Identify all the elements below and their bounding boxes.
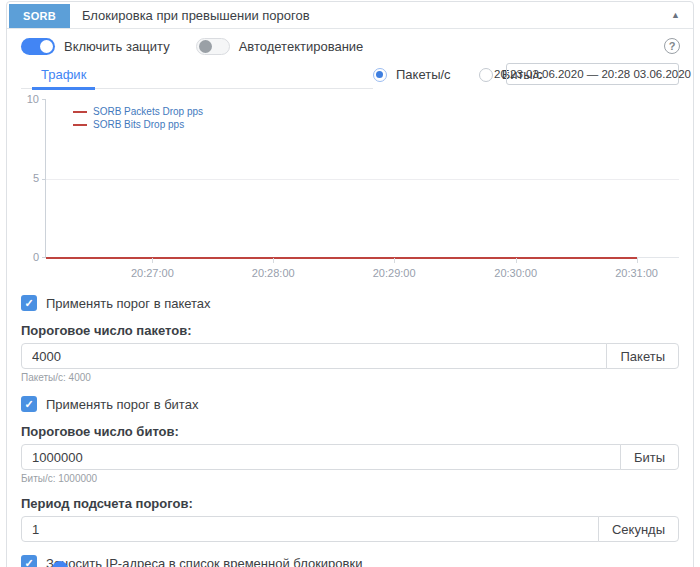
period-input[interactable] xyxy=(21,516,599,542)
gridline-5 xyxy=(46,179,679,180)
date-range-input[interactable]: 20:23 03.06.2020 — 20:28 03.06.2020 xyxy=(506,63,679,85)
legend-item-bits[interactable]: SORB Bits Drop pps xyxy=(73,119,203,130)
traffic-row: Трафик Пакеты/с Биты/с 20:23 03.06.2020 … xyxy=(21,63,679,89)
packets-checkbox-label: Применять порог в пакетах xyxy=(46,296,211,311)
radio-packets-per-sec[interactable] xyxy=(373,68,387,82)
bits-threshold-group: Биты xyxy=(21,444,679,470)
bits-threshold-input[interactable] xyxy=(21,444,621,470)
tab-strip: Трафик xyxy=(21,63,373,89)
period-unit-addon: Секунды xyxy=(598,516,679,542)
x-axis-label: 20:31:00 xyxy=(615,267,658,279)
bits-threshold-checkbox-row[interactable]: ✓ Применять порог в битах xyxy=(21,396,679,412)
checkbox-checked-icon[interactable]: ✓ xyxy=(21,555,37,567)
packets-threshold-group: Пакеты xyxy=(21,343,679,369)
bits-threshold-label: Пороговое число битов: xyxy=(21,424,679,439)
x-axis-label: 20:28:00 xyxy=(252,267,295,279)
radio-packets-label[interactable]: Пакеты/с xyxy=(396,67,451,82)
autodetect-toggle-label: Автодетектирование xyxy=(239,39,364,54)
panel-title: Блокировка при превышении порогов xyxy=(82,8,310,23)
toggles-row: Включить защиту Автодетектирование xyxy=(7,29,693,61)
checkbox-checked-icon[interactable]: ✓ xyxy=(21,396,37,412)
packets-threshold-checkbox-row[interactable]: ✓ Применять порог в пакетах xyxy=(21,295,679,311)
checkbox-checked-icon[interactable]: ✓ xyxy=(21,295,37,311)
legend-item-packets[interactable]: SORB Packets Drop pps xyxy=(73,106,203,117)
packets-helper-text: Пакеты/с: 4000 xyxy=(21,372,679,383)
y-axis-label: 10 xyxy=(15,93,39,105)
autodetect-toggle[interactable] xyxy=(196,38,230,55)
packets-unit-addon: Пакеты xyxy=(606,343,679,369)
x-tick xyxy=(273,258,274,263)
chart-legend: SORB Packets Drop pps SORB Bits Drop pps xyxy=(73,106,203,132)
packets-threshold-input[interactable] xyxy=(21,343,607,369)
legend-label: SORB Bits Drop pps xyxy=(93,119,184,130)
x-tick xyxy=(516,258,517,263)
period-group: Секунды xyxy=(21,516,679,542)
packets-threshold-label: Пороговое число пакетов: xyxy=(21,323,679,338)
toggle-knob xyxy=(40,40,53,53)
period-label: Период подсчета порогов: xyxy=(21,496,679,511)
toggle-knob xyxy=(199,40,212,53)
x-tick xyxy=(637,258,638,263)
tab-traffic[interactable]: Трафик xyxy=(32,63,95,90)
legend-line-icon xyxy=(73,111,87,113)
y-axis-label: 5 xyxy=(15,172,39,184)
radio-bits-per-sec[interactable] xyxy=(479,68,493,82)
protection-toggle[interactable] xyxy=(21,38,55,55)
x-axis-label: 20:29:00 xyxy=(373,267,416,279)
chart-plot-area: 20:27:00 20:28:00 20:29:00 20:30:00 20:3… xyxy=(45,99,679,258)
legend-label: SORB Packets Drop pps xyxy=(93,106,203,117)
traffic-chart: 10 5 0 20:27:00 20:28:00 20:29:00 20:30:… xyxy=(15,96,685,282)
x-axis-label: 20:27:00 xyxy=(131,267,174,279)
x-axis-label: 20:30:00 xyxy=(494,267,537,279)
x-tick xyxy=(394,258,395,263)
blocking-settings-panel: SORB Блокировка при превышении порогов ▲… xyxy=(6,1,694,567)
y-tick xyxy=(42,99,46,100)
blocklist-checkbox-row[interactable]: ✓ Заносить IP-адреса в список временной … xyxy=(21,555,679,567)
bits-checkbox-label: Применять порог в битах xyxy=(46,397,198,412)
sorb-tab-badge[interactable]: SORB xyxy=(9,4,70,28)
collapse-panel-icon[interactable]: ▲ xyxy=(671,10,680,20)
legend-line-icon xyxy=(73,124,87,126)
thresholds-form: ✓ Применять порог в пакетах Пороговое чи… xyxy=(7,295,693,567)
help-icon[interactable]: ? xyxy=(664,38,680,54)
y-axis-label: 0 xyxy=(15,251,39,263)
panel-header: SORB Блокировка при превышении порогов ▲ xyxy=(7,2,693,29)
protection-toggle-label: Включить защиту xyxy=(64,39,170,54)
x-tick xyxy=(152,258,153,263)
bits-unit-addon: Биты xyxy=(620,444,679,470)
blocklist-checkbox-label: Заносить IP-адреса в список временной бл… xyxy=(46,556,362,567)
bits-helper-text: Биты/с: 1000000 xyxy=(21,473,679,484)
series-line-drop-pps xyxy=(46,257,637,259)
